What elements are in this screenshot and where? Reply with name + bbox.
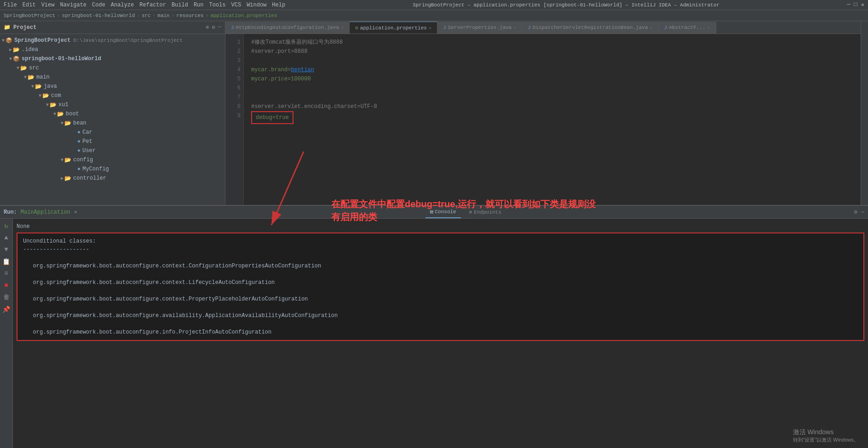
- tab-dispatcherservlet[interactable]: J DispatcherServletRegistrationBean.java…: [522, 22, 658, 34]
- maximize-button[interactable]: □: [854, 1, 857, 8]
- tree-item-idea[interactable]: ▶ 📂 .idea: [0, 45, 225, 54]
- tab-serverproperties[interactable]: J ServerProperties.java ✕: [437, 22, 522, 34]
- breadcrumb-item-0[interactable]: SpringBootProject: [4, 13, 55, 18]
- tree-label: com: [51, 92, 61, 99]
- menu-run[interactable]: Run: [194, 2, 204, 8]
- menu-bar[interactable]: File Edit View Navigate Code Analyze Ref…: [4, 2, 285, 8]
- tree-item-src[interactable]: ▼ 📂 src: [0, 63, 225, 73]
- tree-item-main[interactable]: ▼ 📂 main: [0, 73, 225, 82]
- folder-icon: 📂: [64, 157, 71, 164]
- tree-item-module[interactable]: ▼ 📦 springboot-01-helloWorld: [0, 54, 225, 63]
- tree-item-bean[interactable]: ▼ 📂 bean: [0, 119, 225, 128]
- menu-refactor[interactable]: Refactor: [139, 2, 166, 8]
- tab-application-properties[interactable]: ⚙ application.properties ✕: [350, 22, 437, 34]
- scroll-down-button[interactable]: ▼: [1, 244, 11, 255]
- code-content[interactable]: #修改Tomcat服务器的端口号为8888 #server.port=8888 …: [244, 34, 861, 205]
- java-file-icon: J: [231, 25, 234, 30]
- tree-item-springbootproject[interactable]: ▼ 📦 SpringBootProject D:\Java\springBoot…: [0, 36, 225, 45]
- breadcrumb-item-3[interactable]: main: [157, 13, 169, 18]
- project-panel-icons[interactable]: ⊕ ⚙ —: [206, 24, 221, 31]
- tree-item-myconfig[interactable]: ● MyConfig: [0, 164, 225, 174]
- menu-navigate[interactable]: Navigate: [60, 2, 86, 8]
- line-numbers: 1 2 3 4 5 6 7 8 9: [225, 34, 244, 205]
- tab-bar[interactable]: J HttpEncodingAutoConfiguration.java ✕ ⚙…: [225, 21, 861, 34]
- menu-build[interactable]: Build: [172, 2, 188, 8]
- tree-item-boot[interactable]: ▼ 📂 boot: [0, 109, 225, 119]
- console-area[interactable]: None Unconditional classes: ------------…: [13, 219, 868, 448]
- run-hide-icon[interactable]: —: [861, 209, 864, 215]
- clear-button[interactable]: 🗑: [1, 292, 11, 302]
- folder-icon: 📂: [64, 120, 71, 127]
- project-tree[interactable]: ▼ 📦 SpringBootProject D:\Java\springBoot…: [0, 34, 225, 205]
- tab-close-icon[interactable]: ✕: [513, 25, 516, 30]
- tree-item-com[interactable]: ▼ 📂 com: [0, 91, 225, 100]
- comment-text: #server.servlet.encoding.charset=UTF-8: [251, 102, 377, 111]
- breadcrumb-item-5[interactable]: application.properties: [210, 13, 277, 18]
- menu-view[interactable]: View: [41, 2, 55, 8]
- tree-item-user[interactable]: ● User: [0, 146, 225, 155]
- project-panel-header: 📁 Project ⊕ ⚙ —: [0, 21, 225, 34]
- breadcrumb-sep: ›: [57, 13, 60, 18]
- tree-arrow: ▼: [31, 84, 34, 89]
- menu-analyze[interactable]: Analyze: [111, 2, 134, 8]
- menu-tools[interactable]: Tools: [209, 2, 226, 8]
- tab-httpencoding[interactable]: J HttpEncodingAutoConfiguration.java ✕: [225, 22, 350, 34]
- tab-console[interactable]: ▤ Console: [425, 206, 461, 218]
- copy-button[interactable]: 📋: [1, 256, 11, 267]
- tree-item-java[interactable]: ▼ 📂 java: [0, 82, 225, 91]
- folder-icon: 📂: [57, 111, 64, 118]
- minimize-button[interactable]: ─: [847, 1, 850, 8]
- run-close-icon[interactable]: ✕: [74, 209, 77, 215]
- tab-endpoints[interactable]: ⊕ Endpoints: [465, 206, 506, 218]
- tab-close-icon[interactable]: ✕: [429, 25, 431, 31]
- project-panel-icon: 📁: [4, 24, 11, 31]
- menu-vcs[interactable]: VCS: [231, 2, 241, 8]
- breadcrumb-item-1[interactable]: springboot-01-helloWorld: [62, 13, 135, 18]
- tree-arrow: ▶: [61, 176, 63, 181]
- tree-item-car[interactable]: ● Car: [0, 128, 225, 137]
- menu-window[interactable]: Window: [247, 2, 266, 8]
- breadcrumb-item-4[interactable]: resources: [176, 13, 203, 18]
- menu-file[interactable]: File: [4, 2, 17, 8]
- console-line-10: org.springframework.boot.autoconfigure.a…: [23, 312, 858, 320]
- code-editor[interactable]: 1 2 3 4 5 6 7 8 9 #修改Tomcat服务器的端口号为8888: [225, 34, 861, 205]
- tree-label: main: [36, 74, 50, 80]
- tree-arrow: ▶: [9, 47, 12, 52]
- tree-item-xu1[interactable]: ▼ 📂 xu1: [0, 100, 225, 109]
- stop-button[interactable]: ■: [1, 280, 11, 290]
- tree-item-config[interactable]: ▼ 📂 config: [0, 155, 225, 164]
- tree-item-pet[interactable]: ● Pet: [0, 137, 225, 146]
- breadcrumb-item-2[interactable]: src: [142, 13, 151, 18]
- tab-abstractf[interactable]: J AbstractF... ✕: [659, 22, 716, 34]
- watermark-line2: 转到"设置"以激活 Windows。: [793, 437, 859, 443]
- menu-help[interactable]: Help: [272, 2, 285, 8]
- tab-close-icon[interactable]: ✕: [341, 25, 344, 30]
- pin-button[interactable]: 📌: [1, 304, 11, 314]
- editor-area: J HttpEncodingAutoConfiguration.java ✕ ⚙…: [225, 21, 861, 205]
- scope-icon[interactable]: ⊕: [206, 24, 209, 31]
- menu-edit[interactable]: Edit: [23, 2, 36, 8]
- settings-icon[interactable]: ⚙: [212, 24, 215, 31]
- menu-code[interactable]: Code: [92, 2, 105, 8]
- run-settings-icon[interactable]: ⚙: [854, 209, 857, 215]
- folder-icon: 📂: [35, 83, 42, 90]
- run-app-name: MainApplication: [21, 209, 70, 215]
- java-icon: ●: [77, 147, 80, 154]
- folder-icon: 📂: [28, 74, 34, 81]
- code-line-6: [251, 84, 861, 93]
- window-controls[interactable]: ─ □ ✕: [847, 1, 864, 8]
- scroll-up-button[interactable]: ▲: [1, 233, 11, 243]
- code-line-2: #server.port=8888: [251, 47, 861, 56]
- property-value-link[interactable]: bentian: [291, 65, 314, 74]
- breadcrumb-sep: ›: [172, 13, 175, 18]
- tab-close-icon[interactable]: ✕: [707, 25, 710, 30]
- tree-item-controller[interactable]: ▶ 📂 controller: [0, 174, 225, 183]
- hide-icon[interactable]: —: [218, 24, 221, 31]
- tab-close-icon[interactable]: ✕: [650, 25, 653, 30]
- endpoints-label: Endpoints: [474, 210, 501, 215]
- tab-label: application.properties: [360, 25, 427, 31]
- menu-button[interactable]: ≡: [1, 268, 11, 278]
- close-button[interactable]: ✕: [861, 1, 864, 8]
- code-line-1: #修改Tomcat服务器的端口号为8888: [251, 38, 861, 47]
- rerun-button[interactable]: ↻: [1, 221, 11, 231]
